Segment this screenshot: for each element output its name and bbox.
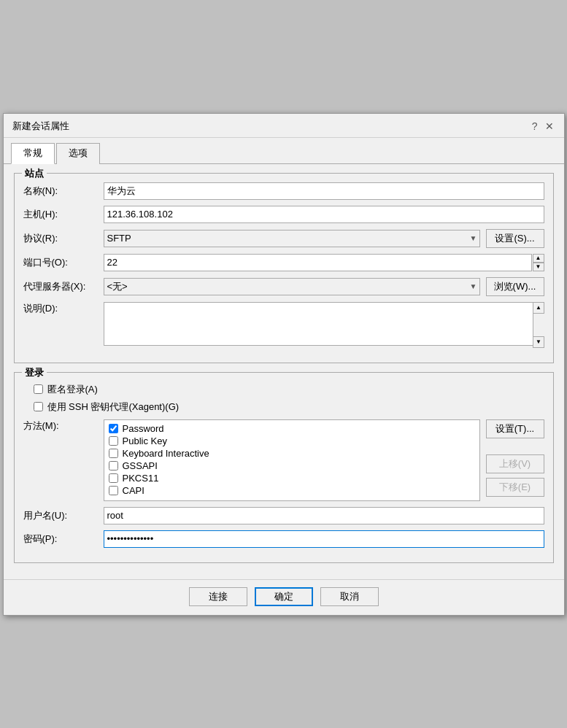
username-input[interactable] (104, 507, 544, 524)
ssh-agent-row: 使用 SSH 密钥代理(Xagent)(G) (34, 400, 544, 414)
proxy-label: 代理服务器(X): (23, 280, 104, 293)
content: 站点 名称(N): 主机(H): 协议(R): (4, 164, 564, 579)
username-row: 用户名(U): (23, 507, 544, 524)
method-capi-cb[interactable] (109, 486, 118, 495)
settings-s-button[interactable]: 设置(S)... (486, 229, 544, 248)
protocol-select[interactable]: SFTP FTP SCP (104, 230, 480, 247)
method-keyboard-interactive: Keyboard Interactive (109, 448, 475, 459)
settings-t-button[interactable]: 设置(T)... (486, 419, 544, 438)
desc-textarea[interactable] (104, 302, 544, 346)
ok-button[interactable]: 确定 (255, 587, 313, 606)
method-label: 方法(M): (23, 419, 104, 433)
title-buttons: ? ✕ (531, 120, 555, 132)
name-row: 名称(N): (23, 182, 544, 200)
ssh-agent-checkbox[interactable] (34, 402, 43, 411)
desc-scrollbar: ▲ ▼ (533, 302, 544, 348)
connect-button[interactable]: 连接 (189, 587, 247, 606)
name-control (104, 182, 544, 200)
host-label: 主机(H): (23, 208, 104, 221)
method-gssapi-cb[interactable] (109, 461, 118, 471)
port-input[interactable] (104, 254, 532, 271)
browse-button[interactable]: 浏览(W)... (486, 277, 544, 296)
help-button[interactable]: ? (531, 120, 539, 132)
port-control: ▲ ▼ (104, 254, 544, 271)
desc-row: 说明(D): ▲ ▼ (23, 302, 544, 348)
close-button[interactable]: ✕ (544, 120, 555, 132)
desc-label: 说明(D): (23, 302, 104, 315)
anon-row: 匿名登录(A) (34, 383, 544, 396)
login-section-title: 登录 (22, 366, 47, 379)
name-input[interactable] (104, 182, 544, 200)
dialog-title: 新建会话属性 (12, 120, 69, 133)
tab-general[interactable]: 常规 (11, 143, 55, 164)
scroll-up-arrow[interactable]: ▲ (533, 302, 544, 314)
port-down-btn[interactable]: ▼ (533, 263, 544, 271)
method-gssapi: GSSAPI (109, 460, 475, 471)
ssh-agent-label: 使用 SSH 密钥代理(Xagent)(G) (47, 400, 180, 414)
down-button[interactable]: 下移(E) (486, 478, 544, 497)
method-buttons: 设置(T)... 上移(V) 下移(E) (486, 419, 544, 497)
method-pkcs11-cb[interactable] (109, 473, 118, 483)
port-spinner: ▲ ▼ (104, 254, 544, 271)
port-up-btn[interactable]: ▲ (533, 254, 544, 263)
spinner-buttons: ▲ ▼ (533, 254, 544, 271)
cancel-button[interactable]: 取消 (320, 587, 379, 606)
host-row: 主机(H): (23, 206, 544, 223)
tab-options[interactable]: 选项 (56, 143, 100, 164)
method-password-cb[interactable] (109, 424, 118, 433)
method-publickey: Public Key (109, 435, 475, 446)
method-keyboard-cb[interactable] (109, 449, 118, 458)
protocol-label: 协议(R): (23, 232, 104, 245)
username-label: 用户名(U): (23, 509, 104, 522)
username-control (104, 507, 544, 524)
station-section: 站点 名称(N): 主机(H): 协议(R): (14, 173, 554, 363)
anon-checkbox[interactable] (34, 384, 43, 394)
anon-label: 匿名登录(A) (47, 383, 98, 396)
proxy-row-with-btn: <无> ▼ 浏览(W)... (104, 277, 544, 296)
method-password: Password (109, 423, 475, 434)
host-control (104, 206, 544, 223)
password-control (104, 530, 544, 548)
scroll-down-arrow[interactable]: ▼ (533, 336, 544, 348)
footer: 连接 确定 取消 (4, 579, 564, 615)
host-input[interactable] (104, 206, 544, 223)
password-label: 密码(P): (23, 533, 104, 546)
desc-wrapper: ▲ ▼ (104, 302, 544, 348)
password-input[interactable] (104, 530, 544, 548)
name-label: 名称(N): (23, 185, 104, 198)
login-section: 登录 匿名登录(A) 使用 SSH 密钥代理(Xagent)(G) 方法(M):… (14, 372, 554, 563)
method-box: Password Public Key Keyboard Interactive… (104, 419, 480, 501)
port-label: 端口号(O): (23, 256, 104, 269)
protocol-row-with-btn: SFTP FTP SCP ▼ 设置(S)... (104, 229, 544, 248)
proxy-row: 代理服务器(X): <无> ▼ 浏览(W)... (23, 277, 544, 296)
method-row: 方法(M): Password Public Key Keyboard Inte… (23, 419, 544, 501)
proxy-select-wrapper: <无> ▼ (104, 278, 480, 295)
method-publickey-cb[interactable] (109, 436, 118, 446)
password-row: 密码(P): (23, 530, 544, 548)
tabs: 常规 选项 (4, 138, 564, 164)
method-pkcs11: PKCS11 (109, 473, 475, 484)
proxy-select[interactable]: <无> (104, 278, 480, 295)
port-row: 端口号(O): ▲ ▼ (23, 254, 544, 271)
protocol-row: 协议(R): SFTP FTP SCP ▼ 设置(S)... (23, 229, 544, 248)
station-section-title: 站点 (22, 167, 47, 180)
up-button[interactable]: 上移(V) (486, 454, 544, 473)
title-bar: 新建会话属性 ? ✕ (4, 114, 564, 138)
dialog: 新建会话属性 ? ✕ 常规 选项 站点 名称(N): (3, 113, 565, 616)
method-capi: CAPI (109, 485, 475, 496)
protocol-select-wrapper: SFTP FTP SCP ▼ (104, 230, 480, 247)
